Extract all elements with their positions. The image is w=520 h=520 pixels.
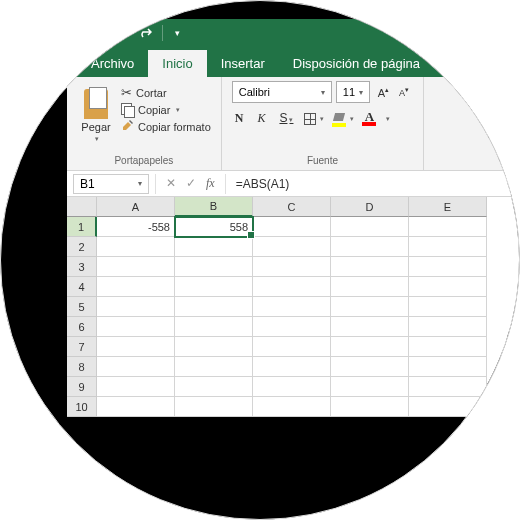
fill-color-button[interactable]: ▾ <box>332 111 354 127</box>
qat-customize-icon[interactable]: ▾ <box>173 28 180 38</box>
cell[interactable] <box>253 237 331 257</box>
cell-a1[interactable]: -558 <box>97 217 175 237</box>
cell[interactable] <box>409 277 487 297</box>
cell[interactable] <box>175 397 253 417</box>
row-header[interactable]: 7 <box>67 337 97 357</box>
cell[interactable] <box>253 297 331 317</box>
cell[interactable] <box>331 297 409 317</box>
paste-button[interactable]: Pegar ▾ <box>77 81 115 147</box>
increase-font-button[interactable]: A▴ <box>374 83 393 102</box>
cell[interactable] <box>331 337 409 357</box>
decrease-font-button[interactable]: A▾ <box>395 83 413 102</box>
cell[interactable] <box>331 397 409 417</box>
row-header[interactable]: 4 <box>67 277 97 297</box>
font-color-button[interactable]: A <box>362 111 376 126</box>
chevron-down-icon[interactable]: ▾ <box>384 115 390 123</box>
underline-button[interactable]: S▾ <box>276 109 296 128</box>
col-header[interactable]: A <box>97 197 175 217</box>
insert-function-button[interactable]: fx <box>206 176 215 191</box>
font-size-value: 11 <box>343 86 355 98</box>
cell[interactable] <box>331 277 409 297</box>
chevron-down-icon: ▾ <box>321 88 325 97</box>
row-header[interactable]: 2 <box>67 237 97 257</box>
tab-archivo[interactable]: Archivo <box>77 50 148 77</box>
cell[interactable] <box>175 357 253 377</box>
cell[interactable] <box>253 377 331 397</box>
cell[interactable] <box>97 397 175 417</box>
font-name-select[interactable]: Calibri ▾ <box>232 81 332 103</box>
cell[interactable] <box>331 357 409 377</box>
undo-icon[interactable] <box>114 26 128 41</box>
borders-button[interactable]: ▾ <box>304 113 324 125</box>
ribbon: Pegar ▾ ✂ Cortar Copiar ▾ <box>67 77 520 171</box>
cell[interactable] <box>175 377 253 397</box>
bold-button[interactable]: N <box>232 109 247 128</box>
tab-inicio[interactable]: Inicio <box>148 50 206 77</box>
italic-button[interactable]: K <box>254 109 268 128</box>
cell[interactable] <box>409 297 487 317</box>
cell[interactable] <box>175 337 253 357</box>
cell[interactable] <box>253 277 331 297</box>
cell[interactable] <box>97 357 175 377</box>
cell[interactable] <box>175 297 253 317</box>
cell[interactable] <box>331 217 409 237</box>
cell[interactable] <box>331 257 409 277</box>
cell[interactable] <box>409 377 487 397</box>
confirm-formula-button[interactable]: ✓ <box>186 176 196 191</box>
cell[interactable] <box>175 257 253 277</box>
tab-formulas[interactable]: Fo <box>434 50 477 77</box>
cell[interactable] <box>97 277 175 297</box>
cell[interactable] <box>97 337 175 357</box>
cell[interactable] <box>97 377 175 397</box>
cell[interactable] <box>409 317 487 337</box>
cell[interactable] <box>97 317 175 337</box>
format-painter-button[interactable]: Copiar formato <box>121 119 211 135</box>
copy-button[interactable]: Copiar ▾ <box>121 103 211 116</box>
cell[interactable] <box>409 357 487 377</box>
cell[interactable] <box>409 257 487 277</box>
cell[interactable] <box>409 217 487 237</box>
cell[interactable] <box>253 317 331 337</box>
cancel-formula-button[interactable]: ✕ <box>166 176 176 191</box>
redo-icon[interactable] <box>138 26 152 41</box>
col-header[interactable]: B <box>175 197 253 217</box>
row-header[interactable]: 3 <box>67 257 97 277</box>
row-header[interactable]: 5 <box>67 297 97 317</box>
row-header[interactable]: 8 <box>67 357 97 377</box>
cut-button[interactable]: ✂ Cortar <box>121 85 211 100</box>
cell[interactable] <box>253 357 331 377</box>
cell[interactable] <box>175 317 253 337</box>
cell[interactable] <box>253 397 331 417</box>
row-header[interactable]: 10 <box>67 397 97 417</box>
font-size-select[interactable]: 11 ▾ <box>336 81 370 103</box>
cell-b1[interactable]: 558 <box>175 217 253 237</box>
cell[interactable] <box>409 237 487 257</box>
cell[interactable] <box>97 297 175 317</box>
clipboard-group-label: Portapapeles <box>77 155 211 168</box>
cell[interactable] <box>253 257 331 277</box>
cell[interactable] <box>409 337 487 357</box>
cell[interactable] <box>97 257 175 277</box>
cell[interactable] <box>331 237 409 257</box>
cell[interactable] <box>97 237 175 257</box>
col-header[interactable]: C <box>253 197 331 217</box>
cell[interactable] <box>253 217 331 237</box>
row-header[interactable]: 1 <box>67 217 97 237</box>
cell[interactable] <box>331 317 409 337</box>
col-header[interactable]: E <box>409 197 487 217</box>
cell[interactable] <box>253 337 331 357</box>
font-name-value: Calibri <box>239 86 270 98</box>
cell[interactable] <box>331 377 409 397</box>
tab-disposicion[interactable]: Disposición de página <box>279 50 434 77</box>
col-header[interactable]: D <box>331 197 409 217</box>
row-header[interactable]: 6 <box>67 317 97 337</box>
save-icon[interactable] <box>79 25 93 42</box>
formula-input[interactable]: =ABS(A1) <box>226 177 520 191</box>
tab-insertar[interactable]: Insertar <box>207 50 279 77</box>
name-box[interactable]: B1 ▾ <box>73 174 149 194</box>
cell[interactable] <box>409 397 487 417</box>
cell[interactable] <box>175 237 253 257</box>
row-header[interactable]: 9 <box>67 377 97 397</box>
select-all-corner[interactable] <box>67 197 97 217</box>
cell[interactable] <box>175 277 253 297</box>
